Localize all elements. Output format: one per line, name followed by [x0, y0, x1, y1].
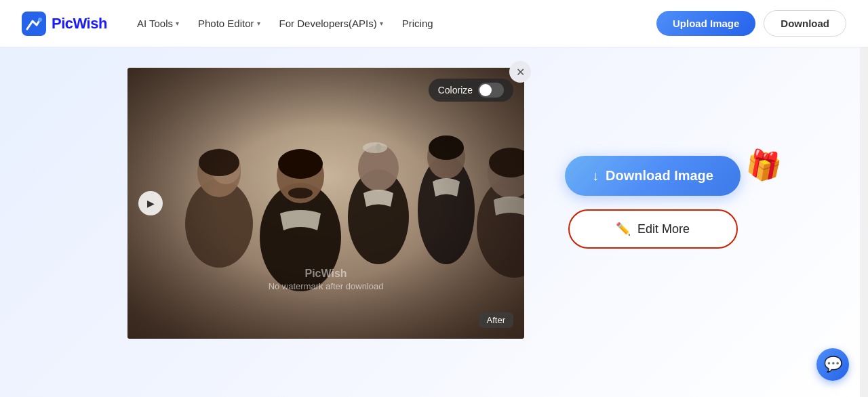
after-badge: After: [479, 312, 513, 328]
nav-pricing[interactable]: Pricing: [394, 12, 441, 35]
chat-icon: 💬: [824, 356, 842, 373]
right-panel: 🎁 ↓ Download Image ✏️ Edit More: [565, 68, 741, 249]
photo-wrapper: Colorize: [127, 68, 524, 339]
header: PicWish AI Tools ▾ Photo Editor ▾ For De…: [0, 0, 868, 47]
download-arrow-icon: ↓: [592, 168, 599, 184]
svg-point-1: [38, 18, 42, 22]
upload-image-button[interactable]: Upload Image: [656, 11, 755, 36]
close-button[interactable]: ✕: [509, 61, 531, 83]
logo[interactable]: PicWish: [22, 12, 107, 36]
image-container: ✕ Colorize: [127, 68, 524, 339]
nav-ai-tools[interactable]: AI Tools ▾: [129, 12, 187, 35]
colorize-label: Colorize: [438, 85, 473, 96]
chat-bubble-button[interactable]: 💬: [816, 348, 849, 381]
edit-icon: ✏️: [616, 222, 631, 236]
colorize-toggle-switch[interactable]: [478, 83, 504, 98]
download-button[interactable]: Download: [764, 10, 846, 37]
promo-gift-icon: 🎁: [743, 146, 784, 185]
nav-photo-editor[interactable]: Photo Editor ▾: [190, 12, 269, 35]
chevron-down-icon: ▾: [176, 20, 179, 27]
edit-more-button[interactable]: ✏️ Edit More: [568, 209, 738, 249]
chevron-down-icon: ▾: [257, 20, 260, 27]
svg-rect-21: [127, 68, 524, 339]
logo-icon: [22, 12, 46, 36]
header-actions: Upload Image Download: [656, 10, 846, 37]
play-button[interactable]: ▶: [138, 191, 163, 215]
logo-label: PicWish: [52, 15, 107, 33]
main-nav: AI Tools ▾ Photo Editor ▾ For Developers…: [129, 12, 656, 35]
chevron-down-icon: ▾: [380, 20, 383, 27]
photo-svg: [127, 68, 524, 339]
colorize-toggle-bar: Colorize: [429, 79, 513, 102]
download-image-button[interactable]: ↓ Download Image: [565, 156, 741, 196]
photo-image: PicWish No watermark after download Afte…: [127, 68, 524, 339]
main-content: ✕ Colorize: [0, 47, 868, 359]
nav-for-developers[interactable]: For Developers(APIs) ▾: [271, 12, 391, 35]
